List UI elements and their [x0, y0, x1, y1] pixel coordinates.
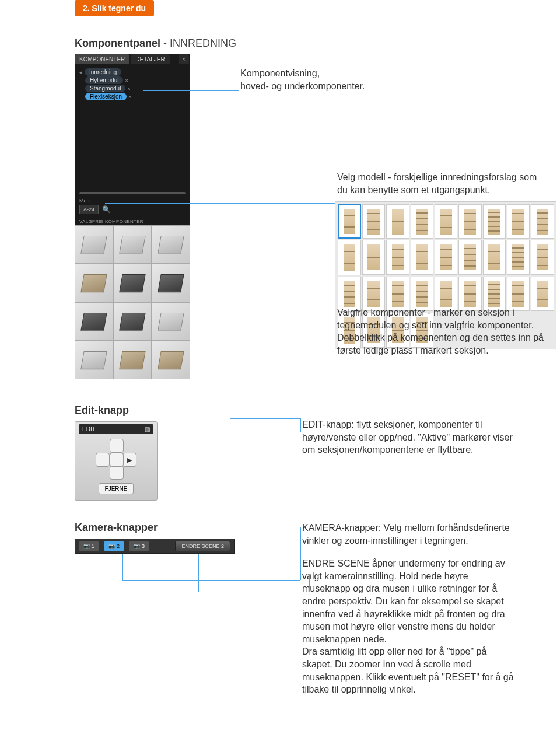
tree-item-hyllemodul[interactable]: Hyllemodul [85, 76, 123, 84]
optional-components-grid [75, 225, 190, 379]
model-cell[interactable] [435, 204, 457, 239]
edit-dpad: ▶ [96, 439, 136, 480]
annotation-view: Komponentvisning, hoved- og underkompone… [240, 67, 421, 92]
edit-widget: EDIT ▥ ▶ FJERNE [75, 421, 158, 501]
remove-button[interactable]: FJERNE [99, 483, 134, 494]
move-down-button[interactable] [110, 466, 124, 480]
optional-components-label: VALGFRIE KOMPONENTER [75, 218, 190, 225]
model-cell[interactable] [459, 204, 481, 239]
move-up-button[interactable] [110, 439, 124, 453]
component-thumb[interactable] [113, 341, 152, 379]
model-cell[interactable] [507, 240, 530, 274]
model-cell[interactable] [531, 204, 554, 239]
model-cell[interactable] [411, 240, 433, 274]
model-cell[interactable] [483, 240, 506, 274]
component-thumb[interactable] [152, 302, 190, 341]
title-light: - INNREDNING [160, 37, 236, 49]
camera-heading: Kamera-knapper [75, 522, 226, 534]
model-cell[interactable] [411, 204, 433, 239]
title-bold: Komponentpanel [75, 37, 160, 49]
model-cell[interactable] [435, 240, 457, 274]
component-thumb[interactable] [75, 264, 113, 302]
edit-heading: Edit-knapp [75, 404, 226, 417]
move-left-button[interactable] [96, 453, 110, 467]
model-cell[interactable] [531, 240, 554, 274]
camera-bar: 📷1 📷2 📷3 ENDRE SCENE 2 [75, 539, 235, 554]
component-thumb[interactable] [113, 264, 152, 302]
model-cell[interactable] [386, 240, 409, 274]
camera-preset-3[interactable]: 📷3 [129, 541, 149, 551]
model-cell[interactable] [338, 240, 361, 275]
move-right-button[interactable]: ▶ [123, 453, 136, 467]
tree-item-flexiseksjon[interactable]: Flexiseksjon [85, 93, 127, 100]
model-cell[interactable] [507, 204, 530, 239]
search-icon[interactable]: 🔍 [102, 205, 111, 214]
model-cell[interactable] [362, 240, 385, 274]
change-scene-button[interactable]: ENDRE SCENE 2 [175, 541, 230, 551]
camera-preset-1[interactable]: 📷1 [79, 541, 99, 551]
tab-components[interactable]: KOMPONENTER [75, 54, 130, 64]
tree-item-stangmodul[interactable]: Stangmodul [85, 85, 125, 92]
edit-title: EDIT [82, 426, 96, 432]
annotation-optional: Valgfrie komponenter - marker en seksjon… [337, 306, 547, 356]
model-value[interactable]: A-24 [79, 205, 99, 214]
component-panel: KOMPONENTER DETALJER × ◂Innredning Hylle… [75, 54, 190, 363]
model-cell[interactable] [483, 204, 506, 239]
move-center-button[interactable] [110, 453, 124, 467]
page-title: Komponentpanel - INNREDNING [75, 37, 560, 50]
component-tree: ◂Innredning Hyllemodul× Stangmodul× Flex… [75, 64, 190, 104]
section-tag: 2. Slik tegner du [75, 0, 154, 16]
annotation-model: Velg modell - forskjellige innredningsfo… [337, 171, 547, 196]
component-thumb[interactable] [75, 302, 113, 341]
model-cell[interactable] [459, 240, 481, 274]
annotation-edit: EDIT-knapp: flytt seksjoner, komponenter… [302, 418, 518, 456]
model-cell[interactable] [386, 204, 409, 239]
tab-details[interactable]: DETALJER [131, 54, 169, 64]
camera-preset-2[interactable]: 📷2 [104, 541, 124, 551]
component-thumb[interactable] [152, 225, 190, 264]
annotation-scene: ENDRE SCENE åpner undermeny for endring … [302, 557, 518, 696]
edit-menu-icon[interactable]: ▥ [145, 426, 150, 432]
model-cell[interactable] [362, 204, 385, 239]
component-thumb[interactable] [152, 264, 190, 302]
close-icon[interactable]: × [178, 54, 189, 64]
tree-root[interactable]: Innredning [85, 68, 121, 76]
component-thumb[interactable] [152, 341, 190, 379]
component-thumb[interactable] [113, 225, 152, 264]
model-cell[interactable] [338, 204, 361, 239]
component-thumb[interactable] [75, 225, 113, 264]
component-thumb[interactable] [75, 341, 113, 379]
component-thumb[interactable] [113, 302, 152, 341]
annotation-camera: KAMERA-knapper: Velg mellom forhåndsdefi… [302, 522, 518, 547]
